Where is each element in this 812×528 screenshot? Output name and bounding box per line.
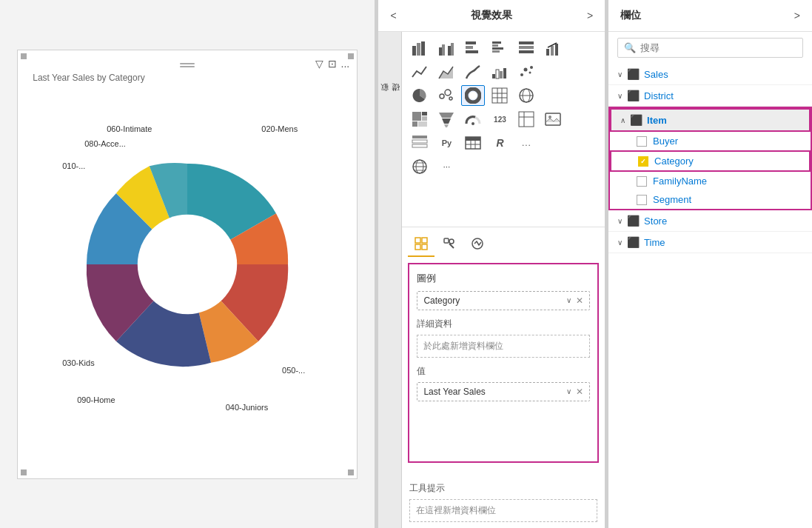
checkbox-familyname[interactable] — [637, 176, 647, 187]
tooltip-add-field[interactable]: 在這裡新增資料欄位 — [409, 499, 597, 522]
svg-rect-14 — [492, 44, 498, 47]
resize-handle-bl[interactable] — [21, 469, 27, 475]
resize-handle-tr[interactable] — [348, 53, 354, 59]
svg-rect-7 — [442, 44, 445, 56]
svg-rect-24 — [492, 74, 495, 78]
svg-rect-48 — [412, 121, 417, 127]
svg-rect-45 — [412, 112, 421, 121]
svg-rect-61 — [412, 144, 427, 147]
vis-icon-py[interactable]: Py — [434, 133, 458, 153]
vis-icon-matrix[interactable] — [514, 109, 538, 130]
table-icon-time: ⬛ — [627, 236, 640, 248]
vis-icon-more2[interactable]: ··· — [434, 156, 458, 177]
table-icon-district: ⬛ — [627, 90, 640, 101]
vis-icon-waterfall[interactable] — [488, 61, 511, 82]
vis-icon-r[interactable]: R — [488, 133, 511, 153]
nav-right-arrow[interactable]: > — [587, 10, 593, 21]
field-group-header-store[interactable]: ∨ ⬛ Store — [608, 210, 812, 231]
value-chip-remove[interactable]: ✕ — [576, 387, 583, 397]
donut-chart-area: 060-Intimate 080-Acce... 010-... 020-Men… — [33, 65, 342, 464]
value-field-chip[interactable]: Last Year Sales ∨ ✕ — [417, 382, 590, 401]
search-input[interactable] — [640, 42, 796, 53]
vis-icon-treemap[interactable] — [408, 109, 432, 130]
legend-chip-arrow: ∨ — [566, 296, 571, 304]
chevron-icon-time: ∨ — [617, 238, 623, 247]
field-group-district: ∨ ⬛ District — [608, 85, 812, 107]
vis-icon-scatter[interactable] — [514, 61, 538, 82]
vis-icon-123[interactable]: 123 — [488, 109, 511, 130]
format-panel: 圖例 Category ∨ ✕ 詳細資料 於此處新增資料欄位 值 Last Ye… — [408, 263, 599, 464]
vis-icon-line-bar[interactable] — [541, 38, 565, 59]
vis-icon-globe[interactable] — [514, 85, 538, 106]
field-group-header-district[interactable]: ∨ ⬛ District — [608, 85, 812, 106]
svg-rect-74 — [415, 244, 420, 250]
field-item-familyname[interactable]: FamilyName — [610, 172, 811, 190]
svg-rect-49 — [418, 121, 427, 127]
svg-rect-11 — [466, 46, 473, 49]
svg-point-30 — [529, 72, 531, 74]
vis-icon-bar-stacked[interactable] — [408, 38, 432, 59]
svg-rect-0 — [180, 63, 195, 64]
vis-icon-dots[interactable]: ... — [514, 133, 538, 153]
svg-rect-10 — [466, 41, 476, 44]
vis-icon-bar-clustered[interactable] — [434, 38, 458, 59]
field-item-segment[interactable]: Segment — [610, 190, 811, 209]
vis-icon-globe2[interactable] — [408, 156, 432, 177]
field-group-sales: ∨ ⬛ Sales — [608, 64, 812, 85]
detail-add-field[interactable]: 於此處新增資料欄位 — [417, 335, 590, 358]
field-name-familyname: FamilyName — [653, 176, 707, 187]
vis-icon-table[interactable] — [488, 85, 511, 106]
nav-left-arrow[interactable]: < — [390, 10, 396, 21]
svg-rect-37 — [492, 88, 507, 103]
vis-icon-bar-h[interactable] — [461, 38, 485, 59]
vis-icon-gauge[interactable] — [461, 109, 485, 130]
svg-rect-57 — [546, 113, 560, 125]
field-group-header-sales[interactable]: ∨ ⬛ Sales — [608, 64, 812, 84]
checkbox-buyer[interactable] — [637, 136, 647, 147]
chevron-icon-sales: ∨ — [617, 70, 623, 78]
search-icon: 🔍 — [624, 42, 636, 53]
vis-icon-scatter2[interactable] — [434, 85, 458, 106]
svg-rect-4 — [417, 43, 420, 56]
check-mark-category: ✓ — [640, 158, 646, 165]
vis-icon-bar-h2[interactable] — [488, 38, 511, 59]
vis-icon-pie[interactable] — [408, 85, 432, 106]
field-item-category[interactable]: ✓ Category — [610, 150, 811, 172]
vis-icon-slicer[interactable] — [408, 133, 432, 153]
sidebar-nav-btn-1[interactable]: 叡礎 — [379, 76, 401, 121]
svg-rect-46 — [422, 112, 427, 116]
sidebar-nav: 叡礎 — [378, 32, 402, 528]
vis-icon-ribbon[interactable] — [461, 61, 485, 82]
icon-row-6: ··· — [408, 156, 599, 177]
svg-rect-20 — [546, 49, 549, 56]
vis-icon-bar-100[interactable] — [514, 38, 538, 59]
tab-analytics[interactable] — [464, 232, 491, 257]
checkbox-category[interactable]: ✓ — [638, 156, 648, 167]
resize-handle-br[interactable] — [348, 469, 354, 475]
svg-point-32 — [440, 94, 444, 98]
legend-field-chip[interactable]: Category ∨ ✕ — [417, 291, 590, 310]
svg-point-36 — [469, 92, 477, 99]
fields-panel: 欄位 > 🔍 ∨ ⬛ Sales ∨ ⬛ District ∧ — [608, 0, 812, 528]
field-item-buyer[interactable]: Buyer — [610, 132, 811, 150]
checkbox-segment[interactable] — [637, 195, 647, 205]
tab-fields[interactable] — [408, 232, 434, 257]
vis-icon-funnel[interactable] — [434, 109, 458, 130]
label-040: 040-Juniors — [226, 403, 268, 412]
field-group-header-item[interactable]: ∧ ⬛ Item — [610, 108, 811, 132]
more-options-icon[interactable]: ... — [341, 58, 350, 70]
vis-icon-area[interactable] — [434, 61, 458, 82]
svg-point-77 — [449, 239, 454, 244]
svg-point-53 — [472, 122, 474, 125]
tab-format[interactable] — [436, 232, 463, 257]
vis-icon-image[interactable] — [541, 109, 565, 130]
vis-icon-donut[interactable] — [461, 85, 485, 106]
visual-panel-title: 視覺效果 — [471, 9, 512, 22]
legend-chip-remove[interactable]: ✕ — [576, 295, 583, 306]
field-group-header-time[interactable]: ∨ ⬛ Time — [608, 232, 812, 253]
vis-icon-line[interactable] — [408, 61, 432, 82]
vis-icon-table2[interactable] — [461, 133, 485, 153]
fields-nav-right[interactable]: > — [794, 10, 800, 21]
resize-handle-tl[interactable] — [21, 53, 27, 59]
fields-list: ∨ ⬛ Sales ∨ ⬛ District ∧ ⬛ Item Buyer — [608, 64, 812, 528]
